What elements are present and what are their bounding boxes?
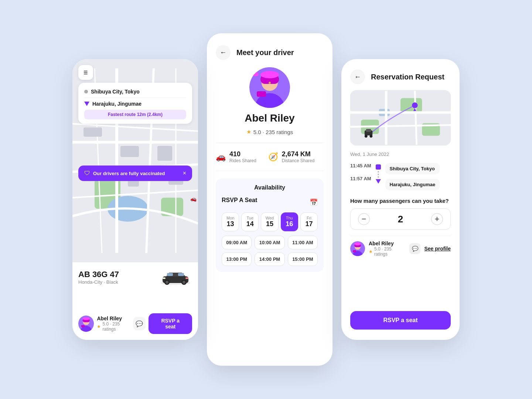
time-1400[interactable]: 14:00 PM	[255, 252, 284, 266]
menu-icon: ☰	[83, 70, 88, 75]
star-icon-large: ★	[246, 129, 251, 135]
svg-point-52	[369, 135, 372, 138]
car-image	[159, 268, 192, 286]
card3-title: Reservation Request	[371, 73, 444, 81]
svg-rect-20	[167, 273, 173, 276]
message-icon: 💬	[136, 320, 143, 327]
card3-star-icon: ★	[369, 249, 373, 254]
rsvp-main-button[interactable]: RSVP a seat	[350, 311, 451, 330]
vaccinated-text: Our drivers are fully vaccinated	[93, 171, 165, 176]
rdot2	[378, 174, 379, 175]
counter-row: − 2 +	[350, 208, 451, 230]
route-line-col	[376, 163, 381, 184]
distance-value: 2,674 KM	[282, 150, 315, 158]
minus-icon: −	[362, 215, 366, 223]
rsvp-button[interactable]: RSVP a seat	[149, 313, 192, 334]
avatar	[78, 316, 94, 332]
time-1300[interactable]: 13:00 PM	[222, 252, 252, 266]
svg-rect-38	[252, 72, 258, 76]
time-0900[interactable]: 09:00 AM	[222, 236, 252, 249]
calendar-button[interactable]: 📅	[310, 198, 318, 207]
time-1500[interactable]: 15:00 PM	[288, 252, 318, 266]
distance-icon: 🧭	[268, 152, 278, 162]
see-profile-button[interactable]: See profile	[424, 246, 451, 252]
card-reservation: ← Reservation Request Wed, 1	[341, 59, 460, 340]
back-button[interactable]: ←	[216, 45, 231, 60]
message-button[interactable]: 💬	[133, 317, 146, 330]
menu-button[interactable]: ☰	[78, 65, 93, 80]
driver-avatar-large	[249, 67, 290, 108]
svg-rect-57	[353, 250, 356, 252]
banner-close-button[interactable]: ×	[183, 170, 186, 177]
route-box: Shibuya City, Tokyo Harajuku, Jingumae F…	[78, 83, 192, 124]
svg-point-32	[83, 317, 90, 320]
rides-label: Rides Shared	[229, 158, 256, 163]
vaccinated-banner: 🛡 Our drivers are fully vaccinated ×	[78, 166, 192, 181]
destination-row: Harajuku, Jingumae	[84, 99, 186, 108]
passengers-label: How many passengers can you take?	[350, 198, 451, 204]
day-tue[interactable]: Tue 14	[241, 212, 259, 231]
map-preview	[350, 90, 451, 146]
day-name-fri: Fri	[307, 216, 311, 220]
day-num-fri: 17	[305, 220, 313, 228]
time-1000[interactable]: 10:00 AM	[255, 236, 284, 249]
svg-point-53	[412, 102, 418, 108]
day-num-wed: 15	[266, 220, 273, 228]
stats-row: 🚗 410 Rides Shared 🧭 2,674 KM Distance S…	[216, 143, 324, 171]
map-car-icon-2: 🚗	[190, 195, 198, 202]
time-1100[interactable]: 11:00 AM	[288, 236, 318, 249]
driver-row: Abel Riley ★ 5.0 · 235 ratings 💬 RSVP a …	[78, 313, 192, 334]
day-num-tue: 14	[246, 220, 254, 228]
svg-rect-26	[163, 277, 166, 279]
card2-header: ← Meet your driver	[216, 45, 324, 60]
origin-label: Shibuya City, Tokyo	[91, 89, 140, 95]
driver-info-left: Abel Riley ★ 5.0 · 235 ratings	[78, 316, 133, 332]
driver-rating: ★ 5.0 · 235 ratings	[97, 321, 133, 332]
svg-point-25	[183, 281, 185, 284]
svg-rect-35	[257, 91, 266, 97]
map-header: ☰ Shibuya City, Tokyo Harajuku, Jingumae…	[78, 65, 192, 124]
fastest-route-badge: Fastest route 12m (2.4km)	[84, 110, 186, 119]
distance-label: Distance Shared	[282, 158, 315, 163]
day-num-mon: 13	[227, 220, 234, 228]
card-meet-driver: ← Meet your driver Abel Riley ★ 5.0 · 23…	[207, 33, 332, 366]
day-thu[interactable]: Thu 16	[281, 212, 298, 231]
destination-dot-icon	[84, 102, 89, 106]
increment-button[interactable]: +	[431, 213, 443, 225]
vaccinated-banner-left: 🛡 Our drivers are fully vaccinated	[84, 170, 165, 177]
origin-time: 11:45 AM	[350, 163, 371, 168]
driver-profile-row: Abel Riley ★ 5.0 · 235 ratings 💬 See pro…	[350, 236, 451, 261]
origin-icon	[376, 164, 381, 170]
distance-stat: 🧭 2,674 KM Distance Shared	[268, 150, 315, 163]
route-dots	[378, 171, 379, 178]
card3-message-button[interactable]: 💬	[409, 243, 420, 254]
car-stat-icon: 🚗	[216, 152, 226, 162]
rides-count: 410	[229, 150, 256, 158]
day-mon[interactable]: Mon 13	[222, 212, 239, 231]
origin-row: Shibuya City, Tokyo	[84, 87, 186, 96]
day-wed[interactable]: Wed 15	[261, 212, 278, 231]
rsvp-header: RSVP A Seat 📅	[222, 197, 318, 208]
svg-rect-27	[185, 277, 188, 279]
card3-header: ← Reservation Request	[350, 69, 451, 84]
svg-rect-50	[366, 129, 371, 132]
dest-place-box: Harajuku, Jingumae	[385, 179, 440, 190]
card3-driver-name: Abel Riley	[369, 241, 406, 246]
plus-icon: +	[435, 215, 440, 223]
route-places-col: Shibuya City, Tokyo Harajuku, Jingumae	[385, 163, 440, 190]
days-row: Mon 13 Tue 14 Wed 15 Thu 16 Fri 17	[222, 212, 318, 231]
card3-driver-rating: ★ 5.0 · 235 ratings	[369, 246, 406, 257]
reservation-date: Wed, 1 June 2022	[350, 151, 451, 157]
plate-number: AB 36G 47	[78, 270, 119, 279]
day-fri[interactable]: Fri 17	[300, 212, 318, 231]
times-col: 11:45 AM 11:57 AM	[350, 163, 371, 181]
driver-name-large: Abel Riley	[245, 112, 294, 124]
star-icon: ★	[97, 324, 101, 329]
origin-dot-icon	[84, 90, 88, 93]
decrement-button[interactable]: −	[358, 213, 370, 225]
svg-point-39	[269, 82, 271, 84]
card3-back-button[interactable]: ←	[350, 69, 365, 84]
card-map-view: ☰ Shibuya City, Tokyo Harajuku, Jingumae…	[72, 59, 198, 340]
card3-message-icon: 💬	[412, 246, 418, 252]
card2-title: Meet your driver	[236, 48, 294, 57]
